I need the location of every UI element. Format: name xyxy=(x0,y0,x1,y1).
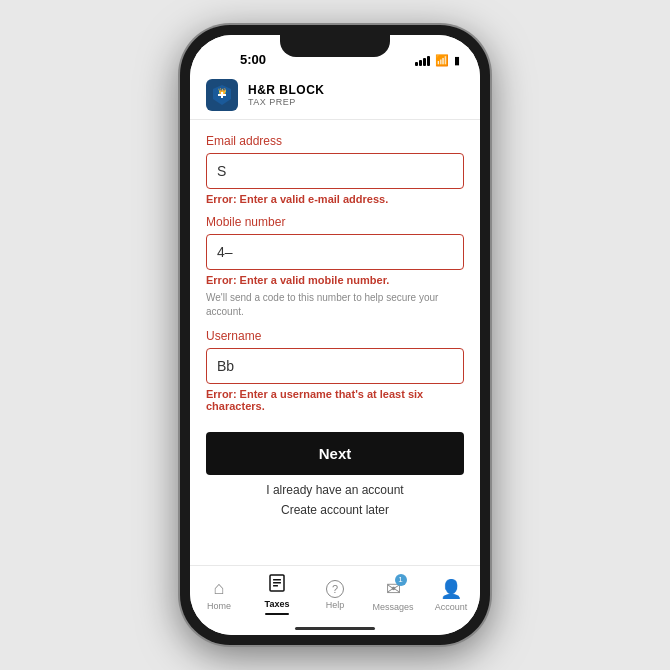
svg-rect-5 xyxy=(273,579,281,581)
app-logo: 👑 xyxy=(206,79,238,111)
bottom-nav: ⌂ Home Taxes ? Help xyxy=(190,565,480,621)
svg-rect-7 xyxy=(273,585,278,587)
status-icons: 📶 ▮ xyxy=(415,54,460,67)
username-input[interactable] xyxy=(206,348,464,384)
nav-item-taxes[interactable]: Taxes xyxy=(248,568,306,615)
phone-frame: 5:00 📶 ▮ 👑 xyxy=(180,25,490,645)
nav-item-home[interactable]: ⌂ Home xyxy=(190,572,248,611)
taxes-icon xyxy=(268,574,286,597)
app-title-block: H&R BLOCK TAX PREP xyxy=(248,83,325,107)
nav-label-taxes: Taxes xyxy=(265,599,290,609)
nav-label-help: Help xyxy=(326,600,345,610)
phone-screen: 5:00 📶 ▮ 👑 xyxy=(190,35,480,635)
home-bar xyxy=(295,627,375,630)
svg-rect-3 xyxy=(221,92,223,98)
email-input[interactable] xyxy=(206,153,464,189)
help-icon: ? xyxy=(326,580,344,598)
mobile-input[interactable] xyxy=(206,234,464,270)
username-field-group: Username Error: Enter a username that's … xyxy=(206,329,464,412)
messages-icon: ✉ 1 xyxy=(386,578,401,600)
already-have-account-link[interactable]: I already have an account xyxy=(206,483,464,497)
nav-item-messages[interactable]: ✉ 1 Messages xyxy=(364,572,422,612)
mobile-helper: We'll send a code to this number to help… xyxy=(206,291,464,319)
signal-icon xyxy=(415,56,430,66)
mobile-label: Mobile number xyxy=(206,215,464,229)
taxes-underline xyxy=(265,613,289,615)
nav-label-home: Home xyxy=(207,601,231,611)
account-icon: 👤 xyxy=(440,578,462,600)
nav-label-account: Account xyxy=(435,602,468,612)
email-error: Error: Enter a valid e-mail address. xyxy=(206,193,464,205)
next-button[interactable]: Next xyxy=(206,432,464,475)
battery-icon: ▮ xyxy=(454,54,460,67)
email-label: Email address xyxy=(206,134,464,148)
create-account-later-link[interactable]: Create account later xyxy=(206,503,464,517)
app-name: H&R BLOCK xyxy=(248,83,325,97)
username-error: Error: Enter a username that's at least … xyxy=(206,388,464,412)
app-header: 👑 H&R BLOCK TAX PREP xyxy=(190,71,480,120)
messages-badge: 1 xyxy=(395,574,407,586)
nav-label-messages: Messages xyxy=(372,602,413,612)
mobile-field-group: Mobile number Error: Enter a valid mobil… xyxy=(206,215,464,319)
status-time: 5:00 xyxy=(240,52,266,67)
home-icon: ⌂ xyxy=(214,578,225,599)
mobile-error: Error: Enter a valid mobile number. xyxy=(206,274,464,286)
username-label: Username xyxy=(206,329,464,343)
nav-item-account[interactable]: 👤 Account xyxy=(422,572,480,612)
home-indicator xyxy=(190,621,480,635)
email-field-group: Email address Error: Enter a valid e-mai… xyxy=(206,134,464,205)
svg-rect-6 xyxy=(273,582,281,584)
wifi-icon: 📶 xyxy=(435,54,449,67)
form-content: Email address Error: Enter a valid e-mai… xyxy=(190,120,480,565)
nav-item-help[interactable]: ? Help xyxy=(306,574,364,610)
app-subtitle: TAX PREP xyxy=(248,97,325,107)
phone-notch xyxy=(280,35,390,57)
